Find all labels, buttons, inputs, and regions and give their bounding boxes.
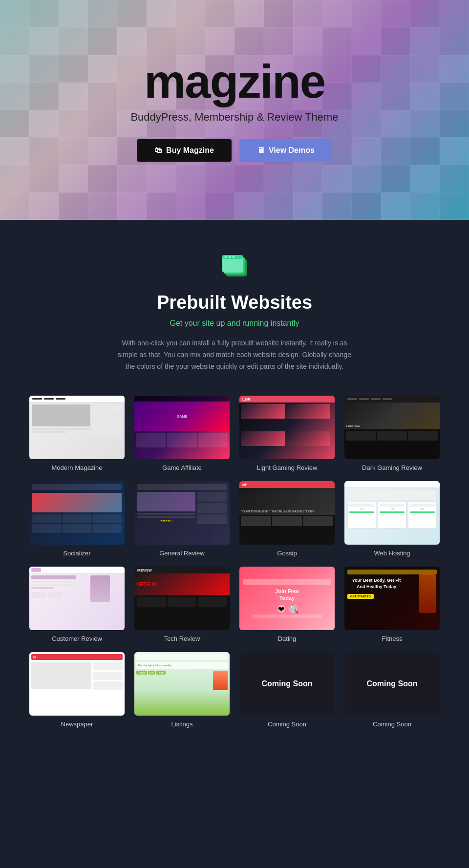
face-cell xyxy=(440,192,469,220)
cr-desc-bar xyxy=(31,587,54,589)
face-cell xyxy=(352,192,381,220)
thumb-inner: Find the right job for you today Design … xyxy=(134,652,230,716)
social-grid xyxy=(32,514,122,533)
site-card-newspaper[interactable]: N Newspaper xyxy=(29,652,125,728)
dark-header xyxy=(344,396,440,402)
gossip-header: MP xyxy=(239,481,335,488)
site-card-tech-review[interactable]: iREVIEW NETFLIX xyxy=(134,567,230,642)
tech-content xyxy=(134,595,230,608)
thumb-inner: N xyxy=(29,652,125,716)
buy-button[interactable]: 🛍 Buy Magzine xyxy=(137,139,232,162)
nav-dot xyxy=(56,398,65,400)
social-cell xyxy=(92,514,122,523)
prebuilt-subtitle: Get your site up and running instantly xyxy=(20,319,449,328)
list-tag: Photo xyxy=(156,671,165,675)
gossip-thumb xyxy=(303,516,333,526)
modern-sidebar xyxy=(92,404,122,438)
game-card xyxy=(136,433,166,447)
site-card-fitness[interactable]: Your Best Body, Get Fit And Healthy Toda… xyxy=(344,567,440,642)
sites-grid-row3: Customer Review iREVIEW NETFLIX xyxy=(20,567,449,642)
face-cell xyxy=(117,165,147,192)
site-card-listings[interactable]: Find the right job for you today Design … xyxy=(134,652,230,728)
face-cell xyxy=(59,0,88,27)
site-card-general-review[interactable]: ★★★★☆ General Review xyxy=(134,481,230,557)
site-label: Light Gaming Review xyxy=(257,464,318,471)
site-card-customer-review[interactable]: Customer Review xyxy=(29,567,125,642)
site-label: Modern Magazine xyxy=(51,464,102,471)
stars: ★★★★☆ xyxy=(137,519,195,522)
site-card-socializer[interactable]: Socializer xyxy=(29,481,125,557)
face-cell xyxy=(59,83,88,110)
face-cell xyxy=(176,27,205,55)
tech-item xyxy=(168,597,196,607)
face-cell xyxy=(440,165,469,192)
face-cell xyxy=(440,27,469,55)
dating-icons: ❤ 🔍 xyxy=(277,605,297,613)
site-label: Dating xyxy=(278,635,297,642)
site-card-light-gaming[interactable]: LGR xyxy=(239,396,335,471)
hero-buttons: 🛍 Buy Magzine 🖥 View Demos xyxy=(130,139,338,162)
face-cell xyxy=(381,27,410,55)
thumb-inner: Latest News xyxy=(344,396,440,459)
face-cell xyxy=(410,137,440,165)
face-cell xyxy=(352,55,381,83)
thumb-inner: Coming Soon xyxy=(239,652,335,716)
site-card-modern-magazine[interactable]: Modern Magazine xyxy=(29,396,125,471)
prebuilt-title: Prebuilt Websites xyxy=(20,292,449,313)
site-card-dark-gaming[interactable]: Latest News Dark Gaming Review xyxy=(344,396,440,471)
face-cell xyxy=(147,192,176,220)
hero-section: magzine BuddyPress, Membership & Review … xyxy=(0,0,469,220)
face-cell xyxy=(352,0,381,27)
text-line xyxy=(32,431,67,433)
face-cell xyxy=(381,55,410,83)
face-cell xyxy=(59,55,88,83)
site-label: Tech Review xyxy=(164,635,200,642)
game-cards xyxy=(134,431,230,449)
general-header xyxy=(137,484,227,490)
lgr-grid xyxy=(239,402,332,459)
thumb-inner: GAME xyxy=(134,396,230,459)
prebuilt-description: With one-click you can install a fully p… xyxy=(112,338,357,372)
site-card-gossip[interactable]: MP YOU BETTER BELIEVE IT, THE TED LASSO … xyxy=(239,481,335,557)
face-cell xyxy=(410,55,440,83)
site-card-web-hosting[interactable]: 4.9 4.5 4.4 xyxy=(344,481,440,557)
news-side-item xyxy=(93,672,123,680)
face-cell xyxy=(88,110,117,137)
sidebar-item xyxy=(92,404,122,414)
face-cell xyxy=(59,165,88,192)
hero-content: magzine BuddyPress, Membership & Review … xyxy=(130,58,338,162)
face-cell xyxy=(29,110,59,137)
fitness-figure xyxy=(419,574,436,613)
site-thumb-gossip: MP YOU BETTER BELIEVE IT, THE TED LASSO … xyxy=(239,481,335,545)
face-cell xyxy=(381,0,410,27)
face-cell xyxy=(59,137,88,165)
face-cell xyxy=(352,110,381,137)
news-bg: N xyxy=(29,652,125,716)
thumb-inner: LGR xyxy=(239,396,335,459)
thumb-inner: Join FreeToday ❤ 🔍 xyxy=(239,567,335,630)
cr-reviews xyxy=(31,592,76,598)
dating-bg: Join FreeToday ❤ 🔍 xyxy=(239,567,335,630)
news-content xyxy=(31,662,123,691)
general-side xyxy=(197,492,227,526)
social-cell xyxy=(32,524,62,533)
site-card-coming-soon-2: Coming Soon Coming Soon xyxy=(344,652,440,728)
face-cell xyxy=(205,192,234,220)
sidebar-item xyxy=(92,427,122,437)
news-side xyxy=(93,662,123,691)
view-demos-button[interactable]: 🖥 View Demos xyxy=(239,139,332,162)
cr-review-item xyxy=(47,592,62,598)
dating-title-text: Join FreeToday xyxy=(275,588,299,602)
general-bg: ★★★★☆ xyxy=(134,481,230,545)
face-cell xyxy=(352,165,381,192)
site-label: Game Affiliate xyxy=(162,464,202,471)
site-thumb-game-affiliate: GAME xyxy=(134,396,230,459)
thumb-inner: Your Best Body, Get Fit And Healthy Toda… xyxy=(344,567,440,630)
face-cell xyxy=(0,27,29,55)
site-card-dating[interactable]: Join FreeToday ❤ 🔍 Dating xyxy=(239,567,335,642)
face-cell xyxy=(0,165,29,192)
site-label: Listings xyxy=(171,720,192,728)
thumb-inner xyxy=(29,481,125,545)
news-main-img xyxy=(31,662,91,689)
site-card-game-affiliate[interactable]: GAME Game Affiliate xyxy=(134,396,230,471)
